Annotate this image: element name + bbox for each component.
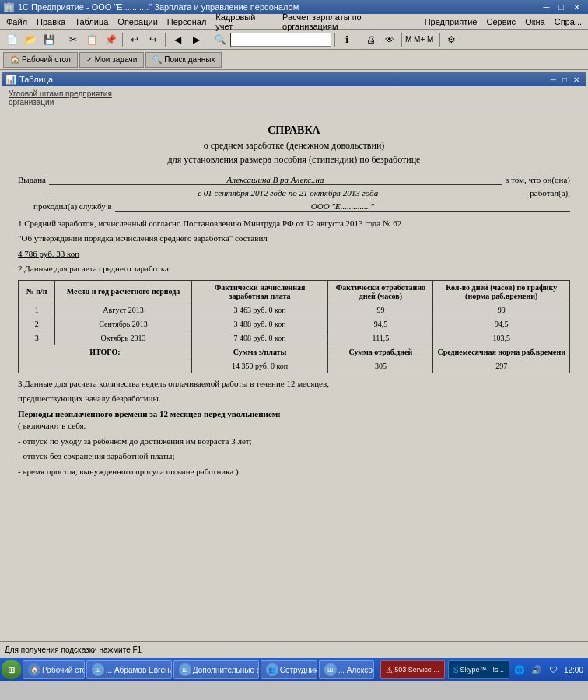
menu-service[interactable]: Сервис (481, 16, 520, 28)
hint-text: Для получения подсказки нажмите F1 (5, 646, 142, 654)
period-right: работал(а), (530, 188, 570, 198)
row2-salary: 3 488 руб. 0 коп (191, 317, 328, 331)
settings-btn[interactable]: ⚙ (443, 31, 460, 48)
row3-month: Октябрь 2013 (55, 331, 192, 345)
service-label: проходил(а) службу в (33, 201, 112, 211)
hint-bar: Для получения подсказки нажмите F1 (0, 641, 588, 658)
info-btn[interactable]: ℹ (338, 31, 355, 48)
maximize-btn[interactable]: □ (554, 2, 569, 12)
table-icon: 📊 (5, 75, 16, 85)
error-label: 503 Service ... (394, 666, 439, 674)
menu-personnel[interactable]: Персонал (163, 16, 212, 28)
inner-window-title-bar: 📊 Таблица ─ □ ✕ (2, 72, 586, 86)
menu-hr[interactable]: Кадровый учет (211, 11, 278, 33)
row2-num: 2 (19, 317, 55, 331)
taskbar-item-external[interactable]: Ш Дополнительные внешние ... (173, 660, 259, 679)
col-norm-header: Кол-во дней (часов) по графику (норма ра… (433, 280, 570, 303)
close-btn[interactable]: ✕ (569, 2, 585, 12)
row3-days: 111,5 (328, 331, 433, 345)
network-icon: 🌐 (513, 663, 527, 677)
undo-btn[interactable]: ↩ (126, 31, 143, 48)
menu-windows[interactable]: Окна (520, 16, 550, 28)
start-button[interactable]: ⊞ (2, 660, 21, 679)
menu-bar: Файл Правка Таблица Операции Персонал Ка… (0, 14, 588, 30)
menu-file[interactable]: Файл (2, 16, 32, 28)
toolbar-sep-1 (61, 33, 61, 47)
taskbar-item-desktop[interactable]: 🏠 Рабочий стол (23, 660, 85, 679)
doc-title: СПРАВКА (18, 124, 570, 137)
menu-enterprise[interactable]: Предприятие (420, 16, 482, 28)
total-salary-label: Сумма з/платы (191, 345, 328, 359)
font-size-label: M M+ M- (405, 35, 436, 44)
toolbar-sep-3 (165, 33, 166, 47)
menu-table[interactable]: Таблица (70, 16, 113, 28)
taskbar-icon-desktop: 🏠 (28, 663, 40, 676)
inner-window-title: Таблица (19, 75, 53, 84)
taskbar-icon-alekso: Ш (324, 663, 337, 676)
save-btn[interactable]: 💾 (40, 31, 58, 48)
menu-help[interactable]: Спра... (550, 16, 586, 28)
start-icon: ⊞ (8, 665, 15, 675)
back-btn[interactable]: ◀ (169, 31, 186, 48)
desktop-icon: 🏠 (10, 55, 19, 64)
tab-tasks[interactable]: ✓ Мои задачи (79, 52, 145, 68)
issued-value: Алексашина В ра Алекс..на (49, 175, 502, 185)
table-row: 1 Август 2013 3 463 руб. 0 коп 99 99 (19, 303, 570, 317)
row3-num: 3 (19, 331, 55, 345)
redo-btn[interactable]: ↪ (145, 31, 162, 48)
system-tray: ⚠ 503 Service ... S Skype™ - Is... 🌐 🔊 🛡… (377, 660, 586, 679)
tasks-icon: ✓ (86, 55, 93, 64)
open-btn[interactable]: 📂 (22, 31, 39, 48)
skype-label: Skype™ - Is... (460, 666, 504, 674)
taskbar: ⊞ 🏠 Рабочий стол Ш ... Абрамов Евгений А… (0, 658, 588, 681)
paste-btn[interactable]: 📌 (102, 31, 119, 48)
issued-right: в том, что он(она) (505, 175, 570, 184)
inner-close-btn[interactable]: ✕ (570, 75, 583, 84)
toolbar-sep-4 (208, 33, 208, 47)
total-header-row: ИТОГО: Сумма з/платы Сумма отраб.дней Ср… (19, 345, 570, 359)
copy-btn[interactable]: 📋 (83, 31, 100, 48)
print-btn[interactable]: 🖨 (362, 31, 380, 48)
preview-btn[interactable]: 👁 (381, 31, 398, 48)
search-btn[interactable]: 🔍 (212, 31, 229, 48)
taskbar-item-skype[interactable]: S Skype™ - Is... (448, 660, 509, 679)
doc-subtitle2: для установления размера пособия (стипен… (18, 154, 570, 166)
taskbar-label-abramov: ... Абрамов Евгений Анато... (106, 666, 172, 674)
taskbar-item-employees[interactable]: 👥 Сотрудники (261, 660, 317, 679)
doc-subtitle1: о среднем заработке (денежном довольстви… (18, 140, 570, 152)
search-icon: 🔍 (152, 55, 162, 64)
taskbar-item-503[interactable]: ⚠ 503 Service ... (380, 660, 445, 679)
total-label: ИТОГО: (19, 345, 192, 359)
row1-num: 1 (19, 303, 55, 317)
tab-desktop[interactable]: 🏠 Рабочий стол (3, 52, 78, 68)
antivirus-icon: 🛡 (547, 663, 561, 677)
taskbar-item-abramov[interactable]: Ш ... Абрамов Евгений Анато... (86, 660, 172, 679)
taskbar-item-alekso[interactable]: Ш ... Алексо... (319, 660, 375, 679)
total-empty (19, 359, 192, 373)
row1-salary: 3 463 руб. 0 коп (191, 303, 328, 317)
toolbar-sep-5 (334, 33, 335, 47)
search-input[interactable] (230, 33, 331, 47)
tab-search[interactable]: 🔍 Поиск данных (145, 52, 222, 68)
para9: - отпуск по уходу за ребенком до достиже… (18, 436, 570, 447)
inner-minimize-btn[interactable]: ─ (548, 75, 559, 84)
inner-maximize-btn[interactable]: □ (559, 75, 570, 84)
cut-btn[interactable]: ✂ (65, 31, 82, 48)
secondary-toolbar: 🏠 Рабочий стол ✓ Мои задачи 🔍 Поиск данн… (0, 50, 588, 70)
forward-btn[interactable]: ▶ (187, 31, 205, 48)
para11: - время простоя, вынужденного прогула по… (18, 466, 570, 478)
row2-norm: 94,5 (433, 317, 570, 331)
main-area: 📊 Таблица ─ □ ✕ Угловой штамп предприяти… (0, 70, 588, 641)
document-body: СПРАВКА о среднем заработке (денежном до… (2, 110, 586, 633)
table-row: 2 Сентябрь 2013 3 488 руб. 0 коп 94,5 94… (19, 317, 570, 331)
toolbar-sep-8 (439, 33, 440, 47)
taskbar-label-external: Дополнительные внешние ... (193, 666, 259, 674)
menu-edit[interactable]: Правка (32, 16, 70, 28)
para5: 3.Данные для расчета количества недель о… (18, 378, 570, 390)
menu-payroll[interactable]: Расчет зарплаты по организациям (278, 11, 420, 33)
para4: 2.Данные для расчета среднего заработка: (18, 263, 570, 275)
new-btn[interactable]: 📄 (3, 31, 20, 48)
minimize-btn[interactable]: ─ (539, 2, 555, 12)
corner-stamp-line1: Угловой штамп предприятия (9, 89, 579, 98)
menu-ops[interactable]: Операции (113, 16, 162, 28)
